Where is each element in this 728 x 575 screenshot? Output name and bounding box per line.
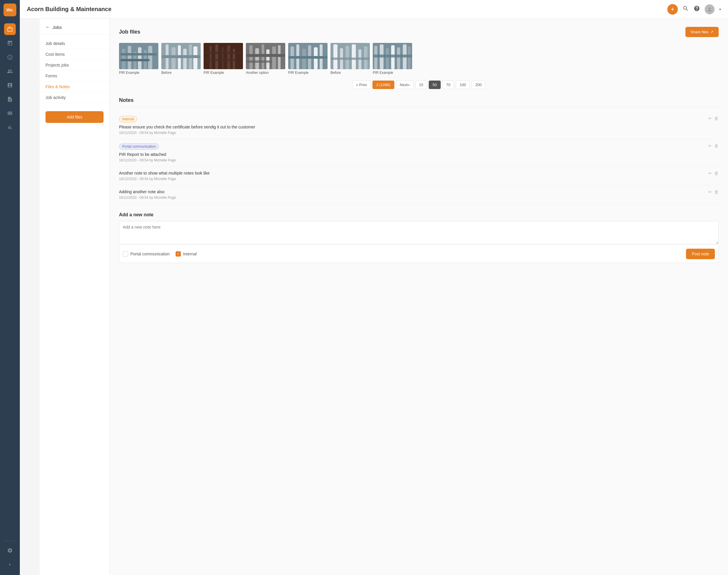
- image-item[interactable]: PIR Example: [288, 43, 328, 75]
- sidebar-item-files-notes[interactable]: Files & Notes: [40, 81, 109, 92]
- next-page-button[interactable]: Next»: [396, 80, 413, 89]
- image-item[interactable]: Before: [330, 43, 370, 75]
- portal-communication-text: Portal communication: [131, 251, 170, 256]
- portal-communication-checkbox[interactable]: [123, 251, 128, 257]
- note-item: Portal communication PIR Report to be at…: [119, 139, 719, 167]
- image-item[interactable]: Before: [161, 43, 201, 75]
- image-item[interactable]: PIR Example: [119, 43, 158, 75]
- nav-icon-calendar[interactable]: [4, 37, 16, 49]
- svg-rect-27: [249, 45, 253, 69]
- svg-rect-6: [148, 46, 152, 69]
- edit-note-4-icon[interactable]: ✏: [708, 190, 712, 195]
- sidebar-item-job-details[interactable]: Job details: [40, 38, 109, 49]
- internal-label[interactable]: ✓ Internal: [176, 251, 197, 257]
- note-text-3: Another note to show what multiple notes…: [119, 171, 719, 175]
- page-size-70[interactable]: 70: [442, 80, 454, 89]
- note-textarea[interactable]: [119, 221, 719, 244]
- edit-note-3-icon[interactable]: ✏: [708, 171, 712, 176]
- note-tag-portal: Portal communication: [119, 143, 159, 150]
- image-thumb-6: [330, 43, 370, 69]
- svg-rect-8: [120, 59, 150, 61]
- sidebar-header: ← Jobs: [40, 19, 109, 35]
- svg-rect-42: [288, 56, 328, 59]
- add-note-title: Add a new note: [119, 212, 719, 217]
- prev-page-button[interactable]: « Prev: [352, 80, 371, 89]
- image-label-5: PIR Example: [288, 71, 328, 75]
- main-wrapper: ← Jobs Job details Cost items Projects j…: [40, 0, 728, 575]
- job-files-header: Job files Share files ↗: [119, 27, 719, 37]
- pagination: « Prev 2 (1096) Next» 15 50 70 100 200: [119, 80, 719, 89]
- svg-rect-44: [333, 44, 337, 69]
- image-label-7: PIR Example: [373, 71, 412, 75]
- nav-icon-clock[interactable]: [4, 52, 16, 63]
- sidebar-item-job-activity[interactable]: Job activity: [40, 92, 109, 103]
- note-meta-4: 16/12/2020 - 09:54 by Michelle Page: [119, 196, 719, 200]
- sidebar-item-forms[interactable]: Forms: [40, 71, 109, 81]
- svg-rect-16: [161, 55, 201, 58]
- image-thumb-1: [119, 43, 158, 69]
- svg-rect-34: [246, 60, 272, 63]
- back-to-jobs[interactable]: ← Jobs: [45, 25, 104, 30]
- portal-communication-label[interactable]: Portal communication: [123, 251, 170, 257]
- nav-icon-settings[interactable]: [4, 545, 16, 556]
- nav-icon-document[interactable]: [4, 93, 16, 105]
- sidebar-item-projects-jobs[interactable]: Projects jobs: [40, 60, 109, 71]
- image-item[interactable]: Another option: [246, 43, 285, 75]
- page-size-200[interactable]: 200: [472, 80, 486, 89]
- svg-rect-38: [302, 49, 306, 69]
- note-text-2: PIR Report to be attached: [119, 152, 719, 157]
- app-logo: We.: [3, 3, 16, 16]
- post-note-button[interactable]: Post note: [686, 249, 715, 259]
- delete-note-4-icon[interactable]: 🗑: [714, 190, 719, 195]
- nav-icon-report[interactable]: [4, 79, 16, 91]
- nav-icon-arrow[interactable]: [4, 559, 16, 570]
- nav-icon-people[interactable]: [4, 65, 16, 77]
- nav-icon-briefcase[interactable]: [4, 23, 16, 35]
- svg-rect-2: [128, 46, 131, 69]
- sidebar-item-cost-items[interactable]: Cost items: [40, 49, 109, 60]
- share-files-button[interactable]: Share files ↗: [685, 27, 719, 37]
- share-files-label: Share files: [691, 30, 708, 34]
- avatar[interactable]: [705, 4, 715, 14]
- page-size-100[interactable]: 100: [456, 80, 470, 89]
- nav-rail: We.: [0, 0, 20, 575]
- svg-rect-33: [246, 54, 285, 57]
- svg-rect-4: [138, 47, 141, 69]
- image-item[interactable]: PIR Example: [373, 43, 412, 75]
- image-label-3: PIR Example: [204, 71, 243, 75]
- nav-icon-layout[interactable]: [4, 107, 16, 119]
- delete-note-2-icon[interactable]: 🗑: [714, 143, 719, 148]
- add-files-button[interactable]: Add files: [45, 111, 104, 123]
- delete-note-3-icon[interactable]: 🗑: [714, 171, 719, 176]
- svg-rect-11: [172, 47, 176, 69]
- svg-rect-50: [330, 58, 370, 60]
- content-area: ← Jobs Job details Cost items Projects j…: [40, 19, 728, 575]
- search-icon[interactable]: [683, 5, 689, 13]
- svg-rect-24: [204, 52, 243, 54]
- svg-rect-54: [386, 48, 389, 69]
- nav-icon-chart[interactable]: [4, 122, 16, 133]
- back-arrow-icon: ←: [45, 25, 50, 30]
- avatar-chevron[interactable]: ▾: [719, 7, 721, 11]
- help-icon[interactable]: [694, 5, 700, 13]
- current-page-button[interactable]: 2 (1096): [372, 80, 394, 89]
- svg-rect-28: [255, 48, 259, 69]
- edit-note-1-icon[interactable]: ✏: [708, 116, 712, 121]
- page-size-15[interactable]: 15: [415, 80, 427, 89]
- edit-note-2-icon[interactable]: ✏: [708, 143, 712, 148]
- note-tag-internal: Internal: [119, 116, 137, 122]
- sidebar: ← Jobs Job details Cost items Projects j…: [40, 19, 110, 575]
- note-meta-1: 16/12/2020 - 09:54 by Michelle Page: [119, 131, 719, 135]
- image-thumb-4: [246, 43, 285, 69]
- note-item: Another note to show what multiple notes…: [119, 167, 719, 185]
- image-item[interactable]: PIR Example: [204, 43, 243, 75]
- delete-note-1-icon[interactable]: 🗑: [714, 116, 719, 121]
- job-files-title: Job files: [119, 29, 140, 35]
- svg-rect-31: [272, 46, 276, 69]
- page-size-50[interactable]: 50: [429, 80, 440, 89]
- svg-rect-20: [215, 44, 218, 69]
- note-actions-3: ✏ 🗑: [708, 171, 719, 176]
- notes-divider: [119, 107, 719, 107]
- internal-checkbox[interactable]: ✓: [176, 251, 181, 257]
- add-button[interactable]: +: [667, 4, 678, 14]
